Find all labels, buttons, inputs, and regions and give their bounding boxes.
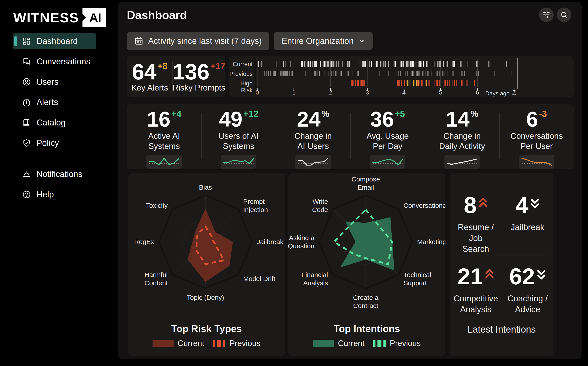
stat-delta: +12 bbox=[243, 110, 258, 118]
app-root: WITNESS AI Dashboard Conversations Users bbox=[0, 0, 588, 366]
sidebar-item-conversations[interactable]: Conversations bbox=[13, 53, 96, 69]
svg-text:Compose: Compose bbox=[352, 175, 380, 183]
stats-card: 16+4 Active AISystems 49+12 Users of AIS… bbox=[127, 104, 574, 169]
stat-delta: +5 bbox=[395, 110, 405, 118]
trend-down-icon bbox=[537, 268, 546, 281]
timeline-row-label-current: Current bbox=[229, 61, 253, 68]
svg-text:Conversational: Conversational bbox=[404, 202, 446, 209]
trend-up-icon bbox=[478, 197, 488, 210]
timeline-row-label-previous: Previous bbox=[229, 71, 253, 77]
search-icon bbox=[560, 11, 568, 19]
latest-intention-coaching-advice: 62 Coaching /Advice bbox=[502, 258, 553, 325]
users-icon bbox=[22, 78, 31, 86]
stat-label: Users of AISystems bbox=[218, 131, 259, 151]
tune-icon bbox=[543, 11, 550, 19]
trend-up-icon bbox=[485, 268, 494, 281]
stat-value: 6 bbox=[526, 110, 538, 129]
sidebar-item-notifications[interactable]: Notifications bbox=[13, 166, 96, 182]
svg-text:2: 2 bbox=[329, 89, 332, 96]
sparkline-box bbox=[221, 155, 256, 169]
help-icon bbox=[22, 190, 31, 199]
stat-label: Active AISystems bbox=[148, 131, 180, 151]
sparkline-box bbox=[519, 155, 554, 169]
sidebar-item-label: Users bbox=[37, 77, 58, 87]
divider bbox=[455, 256, 549, 256]
sidebar-item-dashboard[interactable]: Dashboard bbox=[13, 33, 96, 49]
key-alerts-delta: +8 bbox=[157, 62, 168, 70]
activity-timeline-card: Current Previous High Risk 01234567Days … bbox=[229, 56, 574, 97]
svg-text:Days ago →: Days ago → bbox=[485, 90, 517, 97]
legend: Current Previous bbox=[128, 339, 285, 348]
svg-text:Toxicity: Toxicity bbox=[146, 202, 168, 209]
witness-ai-logo: WITNESS AI bbox=[13, 8, 106, 27]
svg-text:Analysis: Analysis bbox=[303, 279, 328, 287]
svg-text:Injection: Injection bbox=[243, 206, 268, 213]
policy-shield-icon bbox=[22, 139, 31, 147]
stat-value: 16 bbox=[147, 110, 170, 129]
key-alerts-metric: 64 +8 Key Alerts bbox=[127, 56, 172, 97]
risky-prompts-delta: +17 bbox=[210, 62, 225, 70]
trend-down-icon bbox=[530, 197, 540, 210]
stat-value: 36 bbox=[370, 110, 394, 129]
sparkline-box bbox=[146, 155, 182, 169]
legend-current-swatch bbox=[153, 340, 174, 347]
svg-text:Technical: Technical bbox=[404, 271, 431, 278]
risky-prompts-value: 136 bbox=[172, 61, 209, 82]
stat-label: Avg. UsagePer Day bbox=[366, 131, 409, 151]
stat-label: ConversationsPer User bbox=[510, 131, 563, 151]
alerts-icon bbox=[22, 98, 31, 107]
stat-change-in-ai-users: 24% Change inAI Users bbox=[276, 104, 350, 169]
latest-intentions-title: Latest Intentions bbox=[450, 324, 553, 335]
svg-text:Harmful: Harmful bbox=[144, 271, 168, 278]
org-select[interactable]: Entire Organization bbox=[274, 32, 373, 50]
logo-word: WITNESS bbox=[13, 10, 79, 25]
svg-text:Topic (Deny): Topic (Deny) bbox=[187, 294, 224, 301]
sidebar-item-alerts[interactable]: Alerts bbox=[13, 94, 96, 110]
sidebar-item-label: Alerts bbox=[37, 98, 58, 107]
svg-text:5: 5 bbox=[439, 89, 442, 96]
svg-text:Model Drift: Model Drift bbox=[243, 275, 276, 282]
stat-change-in-daily-activity: 14% Change inDaily Activity bbox=[425, 104, 499, 169]
stat-delta: % bbox=[471, 110, 478, 118]
active-indicator bbox=[14, 36, 17, 46]
sidebar-nav: Dashboard Conversations Users Alerts Cat bbox=[13, 33, 96, 207]
svg-text:4: 4 bbox=[402, 89, 406, 96]
main-panel: Dashboard Activity since last visit (7 d… bbox=[118, 2, 581, 359]
sidebar-item-users[interactable]: Users bbox=[13, 74, 96, 90]
sidebar-item-policy[interactable]: Policy bbox=[13, 135, 96, 151]
top-intentions-chart: ComposeEmailConversationalMarketingTechn… bbox=[288, 175, 445, 320]
stat-active-ai-systems: 16+4 Active AISystems bbox=[127, 104, 201, 169]
sidebar-item-label: Catalog bbox=[37, 118, 66, 128]
stat-conversations-per-user: 6-3 ConversationsPer User bbox=[499, 104, 574, 169]
svg-text:Email: Email bbox=[357, 184, 374, 191]
top-risk-types-chart: BiasPromptInjectionJailbreakModel DriftT… bbox=[128, 175, 285, 320]
dashboard-icon bbox=[22, 37, 31, 45]
conversations-icon bbox=[22, 57, 31, 66]
stat-label: Change inDaily Activity bbox=[439, 131, 485, 151]
legend-current-swatch bbox=[313, 340, 334, 347]
filter-settings-button[interactable] bbox=[539, 8, 554, 22]
org-select-label: Entire Organization bbox=[282, 36, 354, 46]
legend-previous-swatch bbox=[213, 340, 225, 347]
notifications-icon bbox=[22, 170, 31, 178]
page-title: Dashboard bbox=[127, 8, 187, 22]
sidebar-item-help[interactable]: Help bbox=[13, 187, 96, 202]
sidebar: WITNESS AI Dashboard Conversations Users bbox=[0, 0, 118, 366]
svg-text:Jailbreak: Jailbreak bbox=[257, 238, 284, 245]
stat-delta: % bbox=[321, 110, 329, 118]
activity-range-button[interactable]: Activity since last visit (7 days) bbox=[127, 32, 269, 50]
sparkline-box bbox=[370, 155, 405, 169]
search-button[interactable] bbox=[557, 8, 571, 22]
activity-timeline-chart: 01234567Days ago → bbox=[229, 56, 574, 97]
key-metrics-card: 64 +8 Key Alerts 136 +17 Risky Prompts bbox=[127, 56, 225, 97]
svg-text:Asking a: Asking a bbox=[289, 234, 314, 241]
latest-intentions-card: 8 Resume / JobSearch 4 Jailbreak 21 Comp… bbox=[450, 173, 553, 356]
stat-users-of-ai-systems: 49+12 Users of AISystems bbox=[201, 104, 276, 169]
top-actions bbox=[539, 8, 571, 22]
svg-text:Create a: Create a bbox=[353, 294, 378, 301]
sidebar-item-catalog[interactable]: Catalog bbox=[13, 115, 96, 130]
svg-text:Prompt: Prompt bbox=[243, 198, 265, 205]
stat-label: Change inAI Users bbox=[294, 131, 332, 151]
sparkline-box bbox=[444, 155, 480, 169]
chart-title: Top Intentions bbox=[288, 323, 445, 334]
